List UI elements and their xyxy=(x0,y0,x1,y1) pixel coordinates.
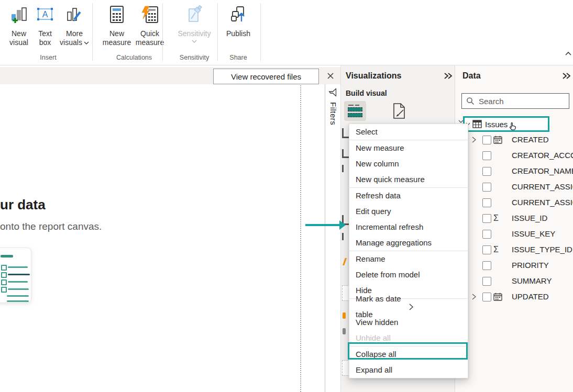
field-row-issue-type-id[interactable]: Σ ISSUE_TYPE_ID xyxy=(455,242,573,257)
new-visual-label: New visual xyxy=(5,29,32,47)
field-row-summary[interactable]: SUMMARY xyxy=(455,273,573,289)
submenu-chevron-icon xyxy=(409,304,462,310)
field-label: CURRENT_ASSIG... xyxy=(512,195,573,210)
publish-label: Publish xyxy=(223,29,254,38)
field-checkbox[interactable] xyxy=(482,183,491,192)
filters-pane-collapsed[interactable]: Filters xyxy=(325,84,341,392)
collapse-pane-icon[interactable] xyxy=(444,72,453,80)
annotation-arrow-head xyxy=(339,220,346,230)
ribbon-separator xyxy=(217,3,218,61)
field-checkbox[interactable] xyxy=(482,214,491,223)
field-row-issue-key[interactable]: ISSUE_KEY xyxy=(455,226,573,242)
format-visual-icon[interactable] xyxy=(391,102,407,120)
canvas-heading-partial: ur data xyxy=(0,197,46,213)
ribbon-separator xyxy=(92,3,93,61)
field-label: ISSUE_ID xyxy=(512,210,547,226)
search-input[interactable] xyxy=(478,96,573,106)
build-visual-label: Build visual xyxy=(346,89,387,97)
canvas-subtitle-partial: onto the report canvas. xyxy=(0,221,102,232)
field-row-issue-id[interactable]: Σ ISSUE_ID xyxy=(455,210,573,226)
field-checkbox[interactable] xyxy=(482,136,491,144)
ribbon-separator xyxy=(162,3,163,61)
menu-item-new-measure[interactable]: New measure xyxy=(349,140,468,156)
field-label: CREATED xyxy=(512,132,549,148)
expand-chevron-icon[interactable] xyxy=(472,294,476,300)
menu-item-mark-as-date-table[interactable]: Mark as date table xyxy=(349,299,468,315)
menu-item-expand-all[interactable]: Expand all xyxy=(349,362,468,378)
field-row-current-assignee-2[interactable]: CURRENT_ASSIG... xyxy=(455,195,573,210)
expand-chevron-icon[interactable] xyxy=(472,137,476,143)
field-row-creator-name[interactable]: CREATOR_NAME xyxy=(455,163,573,179)
more-visuals-icon xyxy=(58,5,91,26)
fields-illustration xyxy=(0,248,31,303)
filters-pane-title: Filters xyxy=(329,102,338,125)
field-row-priority[interactable]: PRIORITY xyxy=(455,257,573,273)
field-row-creator-account[interactable]: CREATOR_ACCO... xyxy=(455,148,573,163)
new-measure-button[interactable]: New measure xyxy=(100,5,134,47)
group-label-insert: Insert xyxy=(21,54,75,61)
ribbon-separator xyxy=(260,3,261,61)
text-box-icon: A xyxy=(34,5,57,26)
menu-item-edit-query[interactable]: Edit query xyxy=(349,204,468,219)
sigma-icon: Σ xyxy=(493,210,499,226)
svg-text:A: A xyxy=(42,10,48,19)
menu-item-incremental-refresh[interactable]: Incremental refresh xyxy=(349,219,468,235)
field-checkbox[interactable] xyxy=(482,198,491,207)
dropdown-chevron-icon xyxy=(84,41,89,45)
group-label-calculations: Calculations xyxy=(107,54,161,61)
sensitivity-icon xyxy=(177,5,212,26)
new-visual-button[interactable]: New visual xyxy=(5,5,32,47)
field-row-updated[interactable]: UPDATED xyxy=(455,289,573,305)
search-box[interactable] xyxy=(461,93,569,109)
table-visual-selected-icon[interactable] xyxy=(344,101,366,121)
issues-table-row[interactable]: Issues xyxy=(463,116,549,132)
issues-table-label: Issues xyxy=(485,120,508,129)
text-box-button[interactable]: A Text box xyxy=(34,5,57,47)
more-visuals-button[interactable]: More visuals xyxy=(58,5,91,47)
field-checkbox[interactable] xyxy=(482,245,491,254)
menu-item-select[interactable]: Select xyxy=(349,124,468,140)
group-label-share: Share xyxy=(211,54,266,61)
sensitivity-button[interactable]: Sensitivity xyxy=(177,5,212,43)
more-visuals-label: More visuals xyxy=(58,29,91,47)
field-label: ISSUE_TYPE_ID xyxy=(512,242,572,257)
menu-item-new-quick-measure[interactable]: New quick measure xyxy=(349,172,468,187)
close-icon[interactable] xyxy=(326,71,335,81)
field-checkbox[interactable] xyxy=(482,261,491,270)
menu-item-new-column[interactable]: New column xyxy=(349,156,468,172)
field-checkbox[interactable] xyxy=(482,230,491,239)
new-measure-label: New measure xyxy=(100,29,134,47)
publish-button[interactable]: Publish xyxy=(223,5,254,38)
text-box-label: Text box xyxy=(34,29,57,47)
menu-item-collapse-all[interactable]: Collapse all xyxy=(349,346,468,362)
field-label: SUMMARY xyxy=(512,273,552,289)
sigma-icon: Σ xyxy=(493,242,499,257)
field-row-current-assignee-1[interactable]: CURRENT_ASSIG... xyxy=(455,179,573,195)
collapse-ribbon-icon[interactable] xyxy=(565,51,572,56)
menu-item-rename[interactable]: Rename xyxy=(349,251,468,267)
menu-item-delete-from-model[interactable]: Delete from model xyxy=(349,267,468,283)
field-checkbox[interactable] xyxy=(482,277,491,286)
calendar-icon xyxy=(493,293,502,301)
menu-item-view-hidden[interactable]: View hidden xyxy=(349,315,468,330)
annotation-arrow xyxy=(305,224,340,226)
field-row-created[interactable]: CREATED xyxy=(455,132,573,148)
view-recovered-files-button[interactable]: View recovered files xyxy=(213,69,319,84)
table-icon xyxy=(472,120,482,128)
field-checkbox[interactable] xyxy=(482,167,491,176)
visualizations-pane-title: Visualizations xyxy=(346,71,401,81)
field-label: CREATOR_NAME xyxy=(512,163,573,179)
data-pane-title: Data xyxy=(462,71,481,81)
ribbon: New visual A Text box xyxy=(0,0,573,65)
table-context-menu: Select New measure New column New quick … xyxy=(349,124,468,378)
canvas-page-edge xyxy=(300,85,301,392)
dropdown-chevron-icon xyxy=(177,40,212,43)
menu-item-manage-aggregations[interactable]: Manage aggregations xyxy=(349,235,468,251)
publish-icon xyxy=(223,5,254,26)
menu-item-refresh-data[interactable]: Refresh data xyxy=(349,188,468,204)
search-icon xyxy=(466,97,475,105)
field-checkbox[interactable] xyxy=(482,293,491,301)
collapse-pane-icon[interactable] xyxy=(562,72,571,80)
field-checkbox[interactable] xyxy=(482,151,491,160)
field-label: CREATOR_ACCO... xyxy=(512,148,573,163)
